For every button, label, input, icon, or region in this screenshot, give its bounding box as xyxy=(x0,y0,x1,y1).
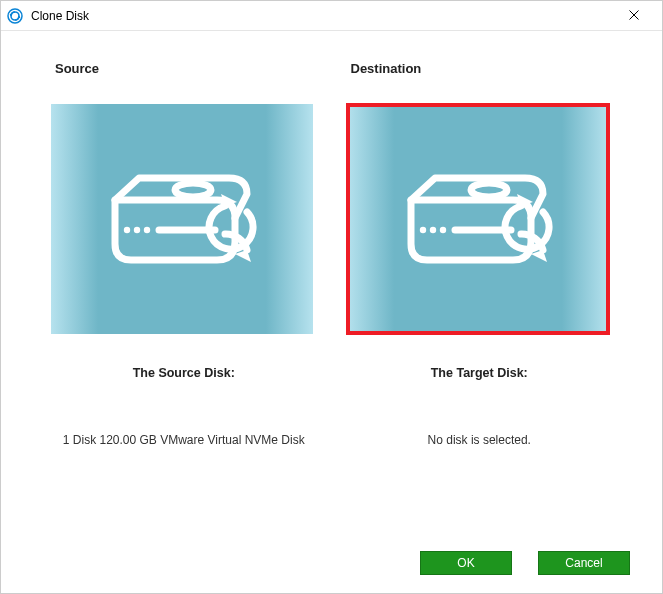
target-disk-detail: No disk is selected. xyxy=(347,424,613,456)
svg-point-15 xyxy=(439,227,445,233)
destination-column: Destination xyxy=(347,61,613,456)
disk-sync-icon xyxy=(393,164,563,274)
target-disk-label: The Target Disk: xyxy=(347,366,613,380)
clone-disk-dialog: Clone Disk Source xyxy=(0,0,663,594)
svg-point-12 xyxy=(471,183,507,197)
source-disk-label: The Source Disk: xyxy=(51,366,317,380)
disk-sync-icon xyxy=(97,164,267,274)
svg-point-13 xyxy=(419,227,425,233)
source-disk-detail: 1 Disk 120.00 GB VMware Virtual NVMe Dis… xyxy=(51,424,317,456)
dialog-buttons: OK Cancel xyxy=(1,545,662,593)
window-title: Clone Disk xyxy=(31,9,614,23)
close-button[interactable] xyxy=(614,2,654,30)
source-header: Source xyxy=(51,61,317,76)
destination-header: Destination xyxy=(347,61,613,76)
svg-point-5 xyxy=(175,183,211,197)
source-disk-tile[interactable] xyxy=(51,104,313,334)
svg-point-14 xyxy=(429,227,435,233)
dialog-content: Source xyxy=(1,31,662,545)
close-icon xyxy=(629,9,639,23)
columns: Source xyxy=(51,61,612,456)
svg-point-6 xyxy=(124,227,130,233)
source-column: Source xyxy=(51,61,317,456)
titlebar: Clone Disk xyxy=(1,1,662,31)
svg-point-8 xyxy=(144,227,150,233)
cancel-button[interactable]: Cancel xyxy=(538,551,630,575)
svg-point-0 xyxy=(8,9,22,23)
ok-button[interactable]: OK xyxy=(420,551,512,575)
destination-disk-tile[interactable] xyxy=(347,104,609,334)
svg-point-7 xyxy=(134,227,140,233)
app-icon xyxy=(7,8,23,24)
